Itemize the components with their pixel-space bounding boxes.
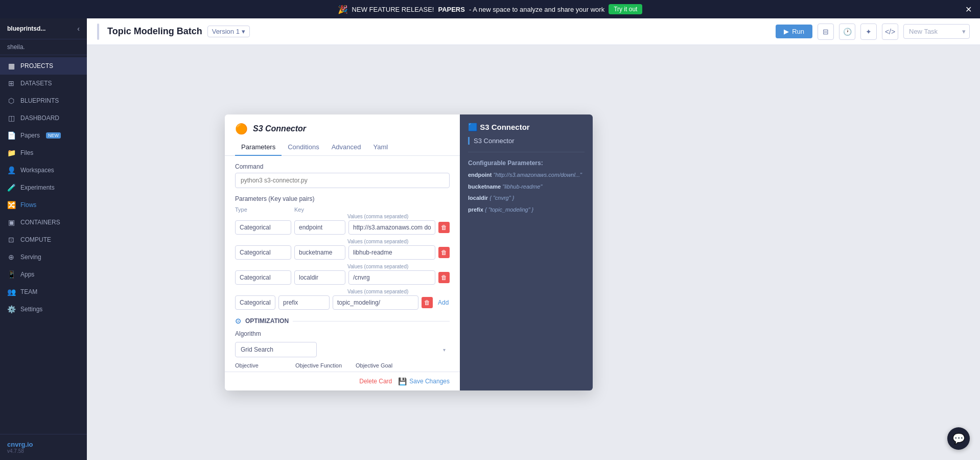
version-selector[interactable]: Version 1 ▾	[207, 26, 250, 37]
config-param-val-bucketname: "libhub-readme"	[502, 183, 542, 190]
param-row-1: Categorical 🗑	[235, 220, 450, 235]
sidebar-item-label: Settings	[20, 306, 42, 313]
datasets-icon: ⊞	[7, 79, 15, 87]
sidebar-item-blueprints[interactable]: ⬡ BLUEPRINTS	[0, 92, 87, 109]
param-key-input-4[interactable]	[278, 295, 330, 310]
add-param-button[interactable]: Add	[436, 299, 451, 306]
sidebar-item-dashboard[interactable]: ◫ DASHBOARD	[0, 109, 87, 127]
right-panel-icon: 🟦	[468, 123, 478, 131]
banner-close-button[interactable]: ✕	[965, 5, 972, 14]
files-icon: 📁	[7, 149, 15, 157]
apps-icon: 📱	[7, 270, 15, 279]
sidebar-item-settings[interactable]: ⚙️ Settings	[0, 301, 87, 318]
workspaces-icon: 👤	[7, 166, 15, 174]
sidebar-item-flows[interactable]: 🔀 Flows	[0, 196, 87, 214]
sidebar-item-datasets[interactable]: ⊞ DATASETS	[0, 75, 87, 92]
containers-icon: ▣	[7, 218, 15, 226]
col-type-header: Type	[235, 206, 291, 213]
algorithm-chevron-icon: ▾	[443, 347, 446, 353]
modal-body: Command Parameters (Key value pairs) Typ…	[225, 156, 460, 372]
topbar-code-button[interactable]: </>	[882, 24, 898, 40]
param-val-input-2[interactable]	[348, 245, 435, 260]
param-val-input-4[interactable]	[333, 295, 418, 310]
serving-icon: ⊕	[7, 253, 15, 261]
save-changes-button[interactable]: 💾 Save Changes	[398, 377, 450, 385]
config-param-val-localdir: { "cnvrg" }	[489, 195, 514, 201]
topbar-history-button[interactable]: 🕐	[839, 24, 855, 40]
sidebar-item-experiments[interactable]: 🧪 Experiments	[0, 179, 87, 196]
save-icon: 💾	[398, 377, 407, 385]
run-button[interactable]: ▶ Run	[776, 25, 812, 38]
try-it-out-button[interactable]: Try it out	[609, 4, 642, 14]
command-input[interactable]	[235, 173, 450, 188]
modal-footer: Delete Card 💾 Save Changes	[225, 372, 460, 390]
run-play-icon: ▶	[784, 28, 789, 35]
params-col-headers: Type Key	[235, 206, 450, 213]
tab-advanced[interactable]: Advanced	[325, 139, 367, 156]
tab-parameters[interactable]: Parameters	[235, 139, 282, 156]
banner-text-pre: NEW FEATURE RELEASE!	[352, 6, 434, 13]
sidebar-item-projects[interactable]: ▦ PROJECTS	[0, 57, 87, 75]
sidebar-nav: ▦ PROJECTS ⊞ DATASETS ⬡ BLUEPRINTS ◫ DAS…	[0, 55, 87, 434]
param-key-input-2[interactable]	[294, 245, 345, 260]
sidebar-item-papers[interactable]: 📄 Papers NEW	[0, 127, 87, 144]
modal-container: 🟠 S3 Connector Parameters Conditions Adv…	[225, 114, 593, 390]
modal-right-panel: 🟦 S3 Connector S3 Connector Configurable…	[460, 114, 593, 390]
sidebar-top: blueprintsd... ‹	[0, 18, 87, 39]
sidebar-item-containers[interactable]: ▣ CONTAINERS	[0, 214, 87, 231]
new-task-select[interactable]: New Task	[903, 24, 970, 39]
sidebar-item-files[interactable]: 📁 Files	[0, 144, 87, 162]
algorithm-select[interactable]: Grid Search Random Search Bayesian	[235, 342, 317, 357]
brand-version: v4.7.58	[7, 448, 80, 454]
param-key-input-3[interactable]	[294, 270, 345, 285]
modal-left-panel: 🟠 S3 Connector Parameters Conditions Adv…	[225, 114, 460, 390]
settings-icon: ⚙️	[7, 305, 15, 313]
config-param-key-bucketname: bucketname	[468, 183, 502, 190]
param-delete-btn-4[interactable]: 🗑	[422, 297, 433, 308]
sidebar-item-team[interactable]: 👥 TEAM	[0, 283, 87, 301]
tab-yaml[interactable]: Yaml	[367, 139, 394, 156]
sidebar-item-label: PROJECTS	[20, 62, 53, 70]
sidebar-item-apps[interactable]: 📱 Apps	[0, 266, 87, 283]
delete-card-button[interactable]: Delete Card	[359, 378, 392, 385]
topbar: Topic Modeling Batch Version 1 ▾ ▶ Run ⊟…	[87, 18, 980, 45]
param-type-select-3[interactable]: Categorical	[235, 270, 291, 285]
modal-title: S3 Connector	[253, 124, 306, 133]
save-changes-label: Save Changes	[409, 378, 450, 385]
param-val-input-1[interactable]	[348, 220, 435, 235]
algorithm-label: Algorithm	[235, 330, 450, 337]
sidebar-item-label: Workspaces	[20, 167, 54, 174]
sidebar-item-label: Papers	[20, 132, 40, 139]
magic-icon: ✦	[866, 28, 872, 36]
sidebar: blueprintsd... ‹ sheila. ▦ PROJECTS ⊞ DA…	[0, 18, 87, 460]
sidebar-bottom: cnvrg.io v4.7.58	[0, 434, 87, 460]
param-type-select-2[interactable]: Categorical	[235, 245, 291, 260]
experiments-icon: 🧪	[7, 183, 15, 192]
tab-conditions[interactable]: Conditions	[282, 139, 325, 156]
param-type-select-1[interactable]: Categorical	[235, 220, 291, 235]
param-key-input-1[interactable]	[294, 220, 345, 235]
param-row-wrapper-4: Values (comma separated) Categorical 🗑	[235, 289, 450, 310]
param-delete-btn-1[interactable]: 🗑	[438, 222, 450, 233]
sidebar-item-compute[interactable]: ⊡ COMPUTE	[0, 231, 87, 248]
param-delete-btn-3[interactable]: 🗑	[438, 272, 450, 283]
algorithm-select-wrapper: Grid Search Random Search Bayesian ▾	[235, 342, 450, 357]
papers-link[interactable]: PAPERS	[438, 6, 465, 13]
param-type-select-4[interactable]: Categorical	[235, 295, 275, 310]
top-banner: 🎉 NEW FEATURE RELEASE! PAPERS - A new sp…	[0, 0, 980, 18]
sidebar-item-label: Files	[20, 149, 33, 156]
param-delete-btn-2[interactable]: 🗑	[438, 247, 450, 258]
param-val-input-3[interactable]	[348, 270, 435, 285]
code-icon: </>	[885, 28, 895, 36]
config-param-key-endpoint: endpoint	[468, 172, 494, 178]
objective-label: Objective	[235, 362, 291, 369]
version-label: Version 1	[212, 28, 240, 35]
sidebar-item-serving[interactable]: ⊕ Serving	[0, 248, 87, 266]
sidebar-toggle[interactable]: ‹	[77, 25, 80, 33]
config-param-prefix: prefix { "topic_modeling" }	[468, 205, 585, 214]
config-param-bucketname: bucketname "libhub-readme"	[468, 182, 585, 191]
sidebar-item-label: Apps	[20, 271, 34, 278]
topbar-settings-button[interactable]: ⊟	[818, 24, 834, 40]
topbar-magic-button[interactable]: ✦	[860, 24, 877, 40]
sidebar-item-workspaces[interactable]: 👤 Workspaces	[0, 162, 87, 179]
